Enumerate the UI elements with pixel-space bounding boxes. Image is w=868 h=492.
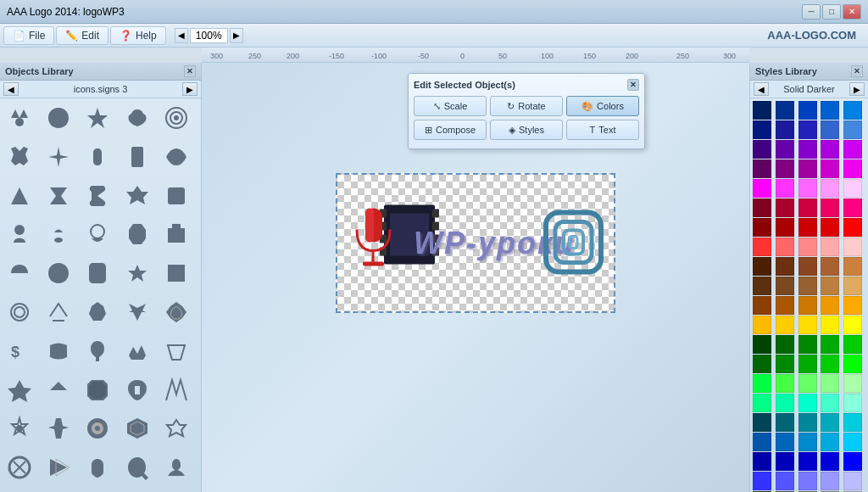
color-swatch[interactable] (753, 238, 771, 256)
list-item[interactable]: $ (3, 335, 36, 367)
zoom-input[interactable] (190, 28, 228, 43)
list-item[interactable] (121, 296, 153, 328)
color-swatch[interactable] (798, 140, 817, 159)
compose-button[interactable]: ⊞ Compose (414, 120, 487, 140)
color-swatch[interactable] (753, 120, 771, 139)
color-swatch[interactable] (821, 120, 839, 139)
color-swatch[interactable] (821, 238, 839, 256)
menu-help[interactable]: ❓ Help (110, 26, 166, 45)
maximize-button[interactable]: □ (822, 4, 841, 20)
lib-prev-button[interactable]: ◀ (3, 82, 19, 96)
list-item[interactable] (3, 412, 36, 444)
color-swatch[interactable] (753, 257, 771, 276)
list-item[interactable] (160, 180, 192, 212)
list-item[interactable] (81, 296, 114, 328)
color-swatch[interactable] (798, 101, 817, 120)
color-swatch[interactable] (821, 394, 839, 412)
color-swatch[interactable] (776, 452, 794, 471)
color-swatch[interactable] (753, 316, 771, 334)
color-swatch[interactable] (843, 140, 862, 159)
list-item[interactable] (42, 102, 75, 134)
color-swatch[interactable] (821, 101, 839, 120)
minimize-button[interactable]: ─ (802, 4, 821, 20)
color-swatch[interactable] (821, 355, 839, 373)
color-swatch[interactable] (798, 374, 817, 393)
lib-next-button[interactable]: ▶ (182, 82, 198, 96)
color-swatch[interactable] (798, 120, 817, 139)
color-swatch[interactable] (843, 296, 862, 315)
color-swatch[interactable] (753, 433, 771, 451)
color-swatch[interactable] (821, 374, 839, 393)
color-swatch[interactable] (821, 159, 839, 178)
color-swatch[interactable] (753, 355, 771, 373)
list-item[interactable] (121, 180, 153, 212)
color-swatch[interactable] (776, 316, 794, 334)
color-swatch[interactable] (798, 335, 817, 354)
color-swatch[interactable] (753, 296, 771, 315)
color-swatch[interactable] (798, 198, 817, 217)
scale-button[interactable]: ⤡ Scale (414, 96, 487, 116)
color-swatch[interactable] (821, 218, 839, 237)
rotate-button[interactable]: ↻ Rotate (490, 96, 563, 116)
color-swatch[interactable] (798, 394, 817, 412)
color-swatch[interactable] (776, 140, 794, 159)
zoom-in-button[interactable]: ▶ (230, 28, 243, 43)
list-item[interactable] (81, 218, 114, 250)
color-swatch[interactable] (798, 355, 817, 373)
color-swatch[interactable] (776, 101, 794, 120)
list-item[interactable] (3, 374, 36, 406)
list-item[interactable] (81, 451, 114, 484)
color-swatch[interactable] (753, 140, 771, 159)
list-item[interactable] (42, 412, 75, 444)
color-swatch[interactable] (776, 413, 794, 432)
list-item[interactable] (3, 102, 36, 134)
color-swatch[interactable] (753, 218, 771, 237)
logo-canvas[interactable]: WP-уроки (336, 173, 615, 313)
color-swatch[interactable] (798, 452, 817, 471)
color-swatch[interactable] (776, 179, 794, 198)
list-item[interactable] (42, 180, 75, 212)
list-item[interactable] (160, 141, 192, 173)
color-swatch[interactable] (798, 472, 817, 490)
list-item[interactable] (81, 141, 114, 173)
list-item[interactable] (160, 218, 192, 250)
styles-button[interactable]: ◈ Styles (490, 120, 563, 140)
list-item[interactable] (3, 141, 36, 173)
color-swatch[interactable] (843, 159, 862, 178)
list-item[interactable] (42, 296, 75, 328)
color-swatch[interactable] (821, 433, 839, 451)
styles-library-close[interactable]: ✕ (851, 65, 863, 77)
color-swatch[interactable] (776, 238, 794, 256)
color-swatch[interactable] (821, 452, 839, 471)
color-swatch[interactable] (776, 120, 794, 139)
list-item[interactable] (81, 257, 114, 289)
objects-library-close[interactable]: ✕ (184, 65, 196, 77)
color-swatch[interactable] (776, 355, 794, 373)
list-item[interactable] (121, 374, 153, 406)
list-item[interactable] (160, 296, 192, 328)
zoom-out-button[interactable]: ◀ (175, 28, 188, 43)
color-swatch[interactable] (821, 198, 839, 217)
styles-prev-button[interactable]: ◀ (754, 82, 769, 96)
color-swatch[interactable] (776, 198, 794, 217)
edit-toolbar-close-button[interactable]: ✕ (627, 79, 639, 91)
color-swatch[interactable] (843, 413, 862, 432)
list-item[interactable] (160, 257, 192, 289)
color-swatch[interactable] (798, 238, 817, 256)
color-swatch[interactable] (776, 296, 794, 315)
color-swatch[interactable] (821, 140, 839, 159)
color-swatch[interactable] (798, 316, 817, 334)
list-item[interactable] (160, 335, 192, 367)
styles-next-button[interactable]: ▶ (849, 82, 865, 96)
color-swatch[interactable] (843, 198, 862, 217)
color-swatch[interactable] (843, 277, 862, 295)
color-swatch[interactable] (843, 433, 862, 451)
list-item[interactable] (42, 218, 75, 250)
color-swatch[interactable] (753, 277, 771, 295)
color-swatch[interactable] (753, 198, 771, 217)
list-item[interactable] (3, 180, 36, 212)
color-swatch[interactable] (798, 433, 817, 451)
list-item[interactable] (42, 335, 75, 367)
color-swatch[interactable] (843, 316, 862, 334)
color-swatch[interactable] (821, 257, 839, 276)
